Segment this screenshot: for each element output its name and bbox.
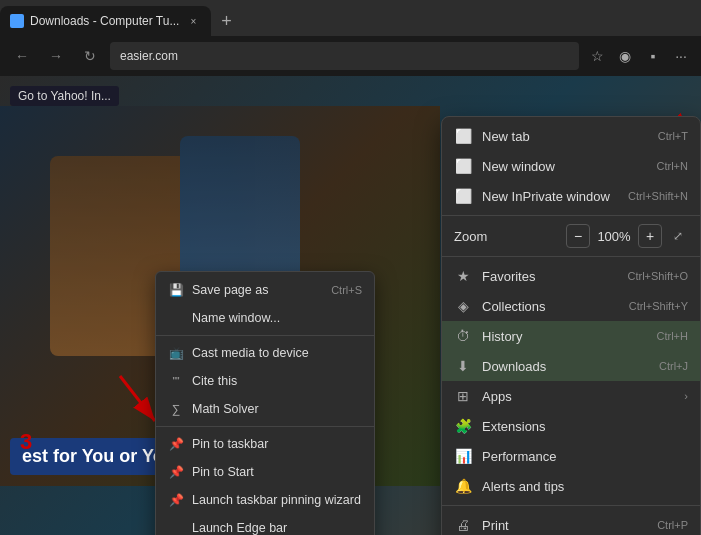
context-cite-label: Cite this: [192, 374, 362, 388]
menu-inprivate-label: New InPrivate window: [482, 189, 618, 204]
menu-extensions[interactable]: 🧩 Extensions: [442, 411, 700, 441]
cast-icon: 📺: [168, 345, 184, 361]
menu-button[interactable]: ···: [669, 44, 693, 68]
menu-extensions-label: Extensions: [482, 419, 688, 434]
math-icon: ∑: [168, 401, 184, 417]
apps-icon: ⊞: [454, 387, 472, 405]
menu-new-tab-shortcut: Ctrl+T: [658, 130, 688, 142]
menu-collections-label: Collections: [482, 299, 619, 314]
star-icon[interactable]: ☆: [585, 44, 609, 68]
context-divider-2: [156, 426, 374, 427]
menu-new-window-label: New window: [482, 159, 647, 174]
menu-downloads-shortcut: Ctrl+J: [659, 360, 688, 372]
save-icon: 💾: [168, 282, 184, 298]
menu-history-label: History: [482, 329, 647, 344]
active-tab[interactable]: Downloads - Computer Tu... ×: [0, 6, 211, 36]
apps-arrow: ›: [684, 390, 688, 402]
edge-bar-icon: [168, 520, 184, 535]
context-menu: 💾 Save page as Ctrl+S Name window... 📺 C…: [155, 271, 375, 535]
menu-favorites-label: Favorites: [482, 269, 617, 284]
menu-new-window[interactable]: ⬜ New window Ctrl+N: [442, 151, 700, 181]
menu-print[interactable]: 🖨 Print Ctrl+P: [442, 510, 700, 535]
zoom-label: Zoom: [454, 229, 560, 244]
back-button[interactable]: ←: [8, 42, 36, 70]
toolbar-icons: ☆ ◉ ▪ ···: [585, 44, 693, 68]
wizard-icon: 📌: [168, 492, 184, 508]
cite-icon: "": [168, 373, 184, 389]
address-input[interactable]: [110, 42, 579, 70]
extension-icon[interactable]: ▪: [641, 44, 665, 68]
menu-new-tab-label: New tab: [482, 129, 648, 144]
context-math[interactable]: ∑ Math Solver: [156, 395, 374, 423]
context-save-page[interactable]: 💾 Save page as Ctrl+S: [156, 276, 374, 304]
context-launch-edge-bar[interactable]: Launch Edge bar: [156, 514, 374, 535]
tab-favicon: [10, 14, 24, 28]
name-window-icon: [168, 310, 184, 326]
context-cast[interactable]: 📺 Cast media to device: [156, 339, 374, 367]
context-divider-1: [156, 335, 374, 336]
menu-new-window-shortcut: Ctrl+N: [657, 160, 688, 172]
menu-performance-label: Performance: [482, 449, 688, 464]
history-icon: ⏱: [454, 327, 472, 345]
context-save-shortcut: Ctrl+S: [331, 284, 362, 296]
tab-title: Downloads - Computer Tu...: [30, 14, 179, 28]
menu-apps[interactable]: ⊞ Apps ›: [442, 381, 700, 411]
menu-new-tab[interactable]: ⬜ New tab Ctrl+T: [442, 121, 700, 151]
context-pin-start[interactable]: 📌 Pin to Start: [156, 458, 374, 486]
context-cite[interactable]: "" Cite this: [156, 367, 374, 395]
context-launch-wizard-label: Launch taskbar pinning wizard: [192, 493, 362, 507]
context-pin-taskbar[interactable]: 📌 Pin to taskbar: [156, 430, 374, 458]
menu-collections[interactable]: ◈ Collections Ctrl+Shift+Y: [442, 291, 700, 321]
address-bar: ← → ↻ ☆ ◉ ▪ ···: [0, 36, 701, 76]
context-name-window-label: Name window...: [192, 311, 362, 325]
zoom-minus-button[interactable]: −: [566, 224, 590, 248]
refresh-button[interactable]: ↻: [76, 42, 104, 70]
new-tab-icon: ⬜: [454, 127, 472, 145]
menu-alerts-label: Alerts and tips: [482, 479, 688, 494]
new-tab-button[interactable]: +: [211, 6, 241, 36]
browser-window: Downloads - Computer Tu... × + ← → ↻ ☆ ◉…: [0, 0, 701, 535]
menu-divider-2: [442, 256, 700, 257]
downloads-icon: ⬇: [454, 357, 472, 375]
menu-history-shortcut: Ctrl+H: [657, 330, 688, 342]
menu-downloads[interactable]: ⬇ Downloads Ctrl+J: [442, 351, 700, 381]
menu-inprivate[interactable]: ⬜ New InPrivate window Ctrl+Shift+N: [442, 181, 700, 211]
pin-start-icon: 📌: [168, 464, 184, 480]
alerts-icon: 🔔: [454, 477, 472, 495]
edge-menu: ⬜ New tab Ctrl+T ⬜ New window Ctrl+N ⬜ N…: [441, 116, 701, 535]
forward-button[interactable]: →: [42, 42, 70, 70]
tab-close-button[interactable]: ×: [185, 13, 201, 29]
menu-inprivate-shortcut: Ctrl+Shift+N: [628, 190, 688, 202]
context-name-window[interactable]: Name window...: [156, 304, 374, 332]
annotation-3: 3: [20, 429, 32, 455]
zoom-plus-button[interactable]: +: [638, 224, 662, 248]
zoom-expand-button[interactable]: ⤢: [668, 226, 688, 246]
menu-zoom-control: Zoom − 100% + ⤢: [442, 220, 700, 252]
page-url-bar: Go to Yahoo! In...: [10, 86, 119, 106]
context-math-label: Math Solver: [192, 402, 362, 416]
menu-print-shortcut: Ctrl+P: [657, 519, 688, 531]
extensions-icon: 🧩: [454, 417, 472, 435]
pin-taskbar-icon: 📌: [168, 436, 184, 452]
menu-print-label: Print: [482, 518, 647, 533]
menu-history[interactable]: ⏱ History Ctrl+H: [442, 321, 700, 351]
menu-favorites[interactable]: ★ Favorites Ctrl+Shift+O: [442, 261, 700, 291]
menu-performance[interactable]: 📊 Performance: [442, 441, 700, 471]
zoom-value: 100%: [596, 229, 632, 244]
new-window-icon: ⬜: [454, 157, 472, 175]
context-pin-taskbar-label: Pin to taskbar: [192, 437, 362, 451]
menu-divider-1: [442, 215, 700, 216]
context-launch-wizard[interactable]: 📌 Launch taskbar pinning wizard: [156, 486, 374, 514]
collections-icon: ◈: [454, 297, 472, 315]
page-content: Go to Yahoo! In... est for You or Your 💾…: [0, 76, 701, 535]
tab-bar: Downloads - Computer Tu... × +: [0, 0, 701, 36]
favorites-icon: ★: [454, 267, 472, 285]
context-edge-bar-label: Launch Edge bar: [192, 521, 362, 535]
menu-alerts[interactable]: 🔔 Alerts and tips: [442, 471, 700, 501]
menu-apps-label: Apps: [482, 389, 674, 404]
context-cast-label: Cast media to device: [192, 346, 362, 360]
menu-downloads-label: Downloads: [482, 359, 649, 374]
profile-icon[interactable]: ◉: [613, 44, 637, 68]
inprivate-icon: ⬜: [454, 187, 472, 205]
context-pin-start-label: Pin to Start: [192, 465, 362, 479]
